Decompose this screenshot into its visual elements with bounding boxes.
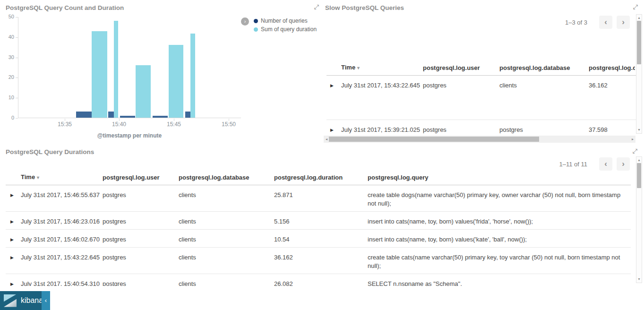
- kibana-nav-bar: kibana ‹: [0, 291, 50, 310]
- x-axis-title: @timestamp per minute: [18, 132, 241, 139]
- expand-row-icon[interactable]: ▶: [10, 280, 17, 286]
- scroll-down-icon[interactable]: ▾: [636, 277, 642, 282]
- cell-database: clients: [179, 253, 274, 262]
- cell-database: clients: [179, 191, 274, 199]
- expand-row-icon[interactable]: ▶: [10, 191, 17, 199]
- cell-duration: 36.162: [274, 253, 368, 262]
- cell-database: clients: [179, 280, 274, 286]
- cell-duration: 10.54: [274, 235, 368, 244]
- bar-duration[interactable]: [136, 65, 151, 118]
- legend-toggle-icon[interactable]: ›: [241, 17, 249, 26]
- bar-count[interactable]: [153, 116, 168, 118]
- scrollbar-thumb[interactable]: [637, 163, 641, 188]
- expand-row-icon[interactable]: ▶: [10, 217, 17, 226]
- panel-query-durations: PostgreSQL Query Durations ⤢ 1–11 of 11 …: [0, 144, 644, 286]
- prev-page-button[interactable]: ‹: [599, 157, 612, 171]
- y-tick-mark: [16, 118, 18, 119]
- cell-time: July 31st 2017, 15:43:22.645: [21, 253, 103, 262]
- collapse-nav-button[interactable]: ‹: [42, 291, 50, 310]
- expand-row-icon[interactable]: ▶: [10, 253, 17, 262]
- panel-query-count-duration: PostgreSQL Query Count and Duration ⤢ 01…: [0, 0, 323, 144]
- column-header-database[interactable]: postgresql.log.database: [499, 64, 589, 72]
- row-caret-cell: ▶: [6, 235, 21, 244]
- next-page-button[interactable]: ›: [617, 16, 630, 29]
- expand-row-icon[interactable]: ▶: [330, 126, 337, 134]
- bar-duration[interactable]: [169, 45, 183, 118]
- cell-user: postgres: [103, 280, 179, 286]
- cell-time: July 31st 2017, 15:43:22.645: [341, 81, 423, 90]
- expand-panel-icon[interactable]: ⤢: [633, 3, 638, 11]
- expand-panel-icon[interactable]: ⤢: [314, 3, 319, 11]
- scroll-left-icon[interactable]: ◂: [326, 136, 327, 143]
- column-header-database[interactable]: postgresql.log.database: [179, 173, 274, 182]
- table-header-row: Time▾ postgresql.log.user postgresql.log…: [6, 173, 631, 185]
- y-tick-label: 30: [2, 54, 14, 60]
- column-header-query[interactable]: postgresql.log.query: [368, 173, 631, 182]
- table-header-row: Time▾ postgresql.log.user postgresql.log…: [326, 31, 639, 76]
- column-header-duration[interactable]: postgresql.log.duration: [274, 173, 368, 182]
- bar-duration[interactable]: [190, 34, 195, 118]
- cell-duration: 5.156: [274, 217, 368, 226]
- bar-duration[interactable]: [92, 31, 107, 118]
- x-tick-label: 15:50: [222, 121, 236, 128]
- y-tick-mark: [16, 78, 18, 78]
- cell-user: postgres: [103, 235, 179, 244]
- legend-item[interactable]: Sum of query duration: [254, 25, 317, 34]
- cell-database: postgres: [499, 126, 589, 134]
- legend-item[interactable]: Number of queries: [254, 17, 317, 25]
- scroll-right-icon[interactable]: ▸: [632, 136, 634, 143]
- column-header-time[interactable]: Time▾: [341, 63, 423, 72]
- sort-caret-icon: ▾: [357, 65, 360, 70]
- y-tick-label: 10: [2, 95, 14, 100]
- bar-count[interactable]: [185, 112, 190, 118]
- row-caret-cell: ▶: [326, 81, 341, 90]
- cell-query: insert into cats(name, toy, born) values…: [368, 217, 631, 226]
- column-header-user[interactable]: postgresql.log.user: [103, 173, 179, 182]
- scroll-up-icon[interactable]: ▴: [636, 158, 642, 163]
- expand-row-icon[interactable]: ▶: [330, 81, 337, 90]
- column-header-time[interactable]: Time▾: [21, 173, 103, 182]
- scroll-up-icon[interactable]: ▴: [636, 16, 642, 20]
- column-header-user[interactable]: postgresql.log.user: [423, 64, 499, 72]
- y-tick-label: 20: [2, 74, 14, 80]
- table-row: ▶July 31st 2017, 15:46:55.637postgrescli…: [6, 185, 631, 212]
- row-caret-cell: ▶: [6, 280, 21, 286]
- horizontal-scrollbar[interactable]: ◂ ▸: [324, 136, 635, 143]
- bar-count[interactable]: [120, 116, 135, 118]
- y-tick-mark: [16, 98, 18, 98]
- cell-time: July 31st 2017, 15:46:55.637: [21, 191, 103, 199]
- cell-user: postgres: [423, 81, 499, 90]
- cell-time: July 31st 2017, 15:46:02.670: [21, 235, 103, 244]
- scrollbar-thumb[interactable]: [329, 137, 539, 142]
- vertical-scrollbar[interactable]: ▴ ▾: [636, 156, 642, 283]
- row-caret-cell: ▶: [6, 191, 21, 199]
- table-row: ▶July 31st 2017, 15:39:21.025postgrespos…: [326, 120, 639, 135]
- table-body: ▶July 31st 2017, 15:43:22.645postgrescli…: [326, 76, 639, 135]
- cell-user: postgres: [103, 191, 179, 199]
- bar-duration[interactable]: [114, 21, 118, 118]
- cell-time: July 31st 2017, 15:40:54.310: [21, 280, 103, 286]
- expand-row-icon[interactable]: ▶: [10, 235, 17, 244]
- column-header-duration[interactable]: postgresql.log.duration: [589, 64, 635, 72]
- table-row: ▶July 31st 2017, 15:46:02.670postgrescli…: [6, 230, 631, 248]
- bar-count[interactable]: [108, 112, 114, 118]
- table-row: ▶July 31st 2017, 15:46:23.016postgrescli…: [6, 212, 631, 230]
- cell-time: July 31st 2017, 15:46:23.016: [21, 217, 103, 226]
- x-tick-label: 15:35: [58, 121, 72, 128]
- y-tick-mark: [16, 58, 18, 58]
- next-page-button[interactable]: ›: [617, 157, 630, 171]
- y-tick-mark: [16, 37, 18, 38]
- scrollbar-thumb[interactable]: [637, 21, 641, 64]
- kibana-logo-icon: [4, 294, 17, 307]
- row-caret-cell: ▶: [6, 217, 21, 226]
- prev-page-button[interactable]: ‹: [599, 16, 612, 29]
- vertical-scrollbar[interactable]: ▴ ▾: [636, 14, 642, 134]
- expand-panel-icon[interactable]: ⤢: [633, 147, 637, 155]
- cell-duration: 36.162: [589, 81, 635, 90]
- cell-user: postgres: [423, 126, 499, 134]
- x-tick-label: 15:45: [167, 121, 181, 128]
- cell-duration: 26.082: [274, 280, 368, 286]
- bar-count[interactable]: [76, 112, 92, 118]
- scroll-down-icon[interactable]: ▾: [636, 128, 642, 132]
- sort-caret-icon: ▾: [37, 175, 39, 180]
